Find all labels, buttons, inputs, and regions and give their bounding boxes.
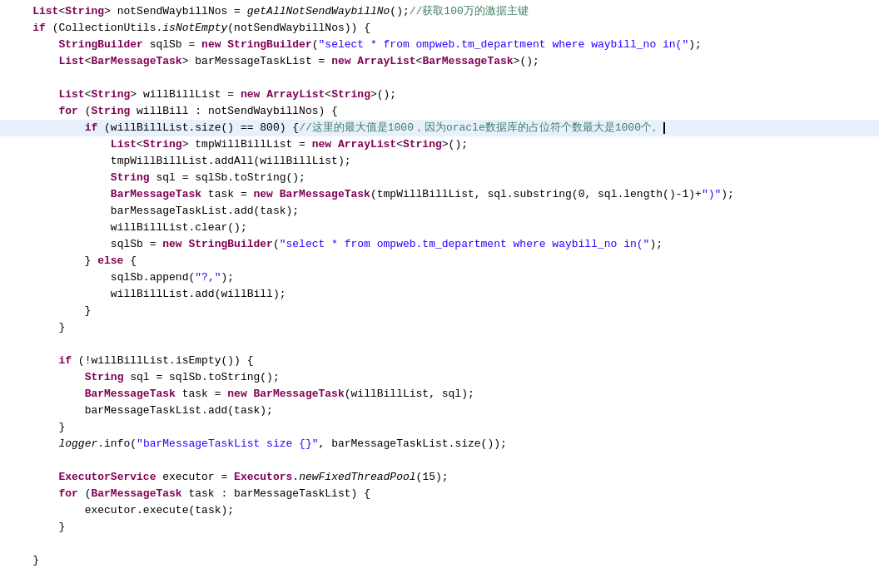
code-line: String sql = sqlSb.toString(); [0,170,879,186]
code-line: tmpWillBillList.addAll(willBillList); [0,153,879,170]
code-line [0,569,879,586]
code-line: } [0,419,879,436]
code-line: willBillList.add(willBill); [0,286,879,303]
code-line: logger.info("barMessageTaskList size {}"… [0,436,879,452]
code-line: BarMessageTask task = new BarMessageTask… [0,386,879,403]
code-line [0,536,879,552]
code-line: for (BarMessageTask task : barMessageTas… [0,486,879,502]
code-line: if (!willBillList.isEmpty()) { [0,353,879,369]
code-editor[interactable]: List<String> notSendWaybillNos = getAllN… [0,0,879,588]
code-line: String sql = sqlSb.toString(); [0,369,879,386]
code-line: } else { [0,253,879,269]
code-line: } [0,303,879,319]
code-line: for (String willBill : notSendWaybillNos… [0,103,879,120]
code-line: sqlSb = new StringBuilder("select * from… [0,236,879,253]
code-line: List<String> tmpWillBillList = new Array… [0,136,879,153]
code-line: barMessageTaskList.add(task); [0,203,879,220]
code-line: willBillList.clear(); [0,220,879,236]
code-line: sqlSb.append("?,"); [0,269,879,286]
code-line: barMessageTaskList.add(task); [0,403,879,419]
code-line: } [0,552,879,569]
code-line: List<BarMessageTask> barMessageTaskList … [0,53,879,70]
code-line: } [0,319,879,336]
code-line: List<String> willBillList = new ArrayLis… [0,86,879,103]
code-line: ExecutorService executor = Executors.new… [0,469,879,486]
code-line: BarMessageTask task = new BarMessageTask… [0,186,879,203]
code-line: StringBuilder sqlSb = new StringBuilder(… [0,37,879,53]
code-line [0,336,879,353]
code-line: executor.execute(task); [0,502,879,519]
code-line [0,70,879,86]
code-line: } [0,519,879,536]
code-line: List<String> notSendWaybillNos = getAllN… [0,3,879,20]
code-line: if (CollectionUtils.isNotEmpty(notSendWa… [0,20,879,37]
code-line [0,452,879,469]
code-line-highlighted: if (willBillList.size() == 800) {//这里的最大… [0,120,879,136]
